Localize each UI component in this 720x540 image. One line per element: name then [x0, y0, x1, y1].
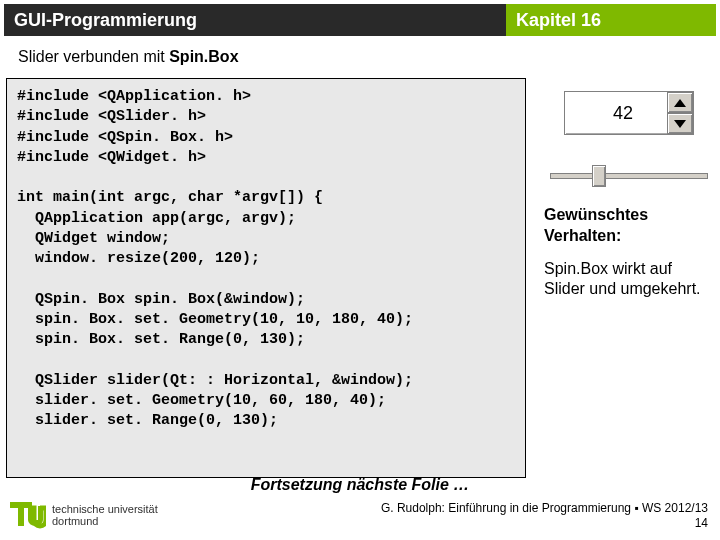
continuation-note: Fortsetzung nächste Folie … [0, 476, 720, 494]
arrow-down-icon [674, 120, 686, 128]
title-bar: GUI-Programmierung Kapitel 16 [4, 4, 716, 36]
arrow-up-icon [674, 99, 686, 107]
page-number: 14 [381, 516, 708, 532]
slider-widget[interactable] [550, 165, 708, 185]
slider-track[interactable] [550, 173, 708, 179]
behavior-label: Gewünschtes Verhalten: [544, 205, 710, 247]
behavior-label-text: Gewünschtes Verhalten: [544, 206, 648, 244]
title-left: GUI-Programmierung [4, 4, 506, 36]
subtitle-bold: Spin.Box [169, 48, 238, 65]
title-right: Kapitel 16 [506, 4, 716, 36]
spinbox-down-button[interactable] [667, 113, 693, 134]
svg-rect-4 [18, 502, 24, 526]
footer-logo: technische universität dortmund [8, 494, 158, 536]
footer-logo-text: technische universität dortmund [52, 503, 158, 527]
code-block: #include <QApplication. h> #include <QSl… [6, 78, 526, 478]
footer-line: G. Rudolph: Einführung in die Programmie… [381, 501, 708, 517]
subtitle-plain: Slider verbunden mit [18, 48, 169, 65]
uni-line1: technische universität [52, 503, 158, 515]
spinbox-buttons [667, 92, 693, 134]
spinbox-up-button[interactable] [667, 92, 693, 113]
svg-rect-5 [28, 506, 33, 520]
spinbox-value[interactable]: 42 [565, 92, 667, 134]
slider-handle[interactable] [592, 165, 606, 187]
side-panel: 42 Gewünschtes Verhalten: Spi [540, 85, 710, 312]
footer-right: G. Rudolph: Einführung in die Programmie… [381, 501, 708, 532]
spinbox-widget[interactable]: 42 [564, 91, 694, 135]
tu-logo-icon [8, 494, 46, 536]
uni-line2: dortmund [52, 515, 158, 527]
svg-rect-6 [38, 506, 43, 520]
slide: GUI-Programmierung Kapitel 16 Slider ver… [0, 0, 720, 540]
subtitle: Slider verbunden mit Spin.Box [18, 48, 239, 66]
svg-marker-1 [674, 120, 686, 128]
behavior-text: Spin.Box wirkt auf Slider und umgekehrt. [544, 259, 710, 301]
svg-marker-0 [674, 99, 686, 107]
